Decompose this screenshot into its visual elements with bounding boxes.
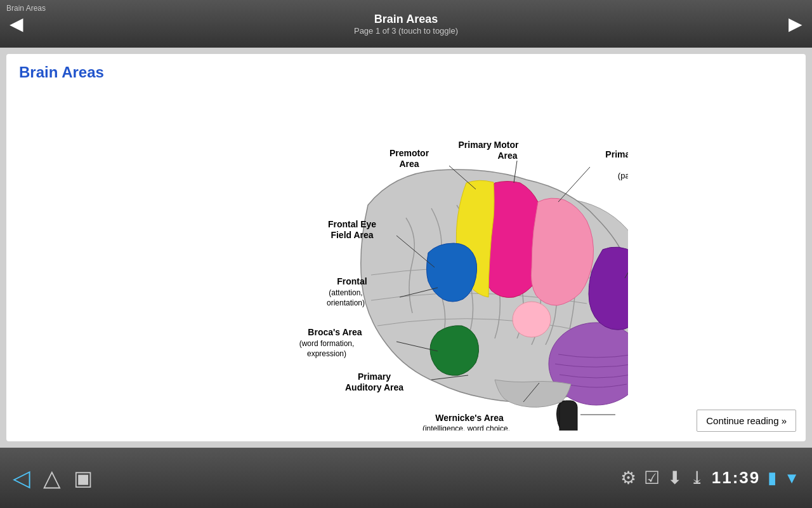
svg-text:Auditory Area: Auditory Area [345, 382, 403, 392]
svg-text:(word formation,: (word formation, [299, 339, 355, 348]
svg-text:Frontal Eye: Frontal Eye [328, 219, 376, 229]
content-card: Brain Areas [6, 54, 806, 441]
header-center: Brain Areas Page 1 of 3 (touch to toggle… [354, 13, 458, 36]
prev-button[interactable]: ◀ [10, 13, 23, 34]
checklist-icon[interactable]: ☑ [644, 467, 660, 488]
taskbar: ◁ △ ▣ ⚙ ☑ ⬇ ⤓ 11:39 ▮ ▼ [0, 448, 812, 508]
svg-text:(pain, touch): (pain, touch) [618, 171, 628, 180]
svg-text:Primary: Primary [358, 371, 391, 382]
svg-text:Primary Motor: Primary Motor [459, 140, 519, 150]
header-title: Brain Areas [354, 13, 458, 26]
svg-line-7 [558, 167, 590, 202]
page-title: Brain Areas [19, 64, 793, 81]
taskbar-status: ⚙ ☑ ⬇ ⤓ 11:39 ▮ ▼ [620, 467, 799, 488]
svg-text:Frontal: Frontal [337, 276, 367, 286]
continue-reading-button[interactable]: Continue reading » [697, 410, 796, 432]
svg-text:Broca's Area: Broca's Area [308, 327, 362, 337]
battery-icon: ▮ [768, 468, 776, 488]
settings-icon[interactable]: ⚙ [620, 467, 636, 488]
svg-text:Premotor: Premotor [390, 148, 429, 158]
nav-apps-icon[interactable]: ▣ [74, 466, 93, 490]
time-display: 11:39 [712, 468, 761, 488]
content-area: Brain Areas [0, 48, 812, 448]
svg-text:Area: Area [497, 150, 517, 161]
download-icon[interactable]: ⬇ [667, 467, 682, 488]
svg-rect-3 [560, 401, 577, 431]
title-bar: Brain Areas ◀ Brain Areas Page 1 of 3 (t… [0, 0, 812, 48]
header-subtitle: Page 1 of 3 (touch to toggle) [354, 26, 458, 36]
svg-text:(attention,: (attention, [329, 288, 362, 297]
window-title: Brain Areas [6, 4, 46, 13]
brain-svg: Primary Motor Area Primary Sensory Area … [184, 88, 628, 431]
svg-text:orientation): orientation) [327, 298, 365, 307]
svg-text:Primary Sensory: Primary Sensory [605, 149, 628, 159]
svg-text:Wernicke's Area: Wernicke's Area [435, 413, 504, 423]
nav-home-icon[interactable]: △ [43, 465, 61, 491]
nav-back-icon[interactable]: ◁ [13, 465, 30, 491]
svg-point-2 [513, 302, 551, 337]
svg-text:Field Area: Field Area [331, 230, 373, 240]
svg-text:(intelligence, word choice,: (intelligence, word choice, [422, 424, 510, 431]
svg-text:expression): expression) [307, 349, 346, 358]
export-icon[interactable]: ⤓ [690, 467, 704, 488]
taskbar-nav: ◁ △ ▣ [13, 465, 93, 491]
svg-text:Area: Area [399, 159, 419, 169]
brain-diagram: Primary Motor Area Primary Sensory Area … [184, 88, 628, 431]
next-button[interactable]: ▶ [789, 13, 802, 34]
wifi-icon: ▼ [784, 469, 799, 487]
